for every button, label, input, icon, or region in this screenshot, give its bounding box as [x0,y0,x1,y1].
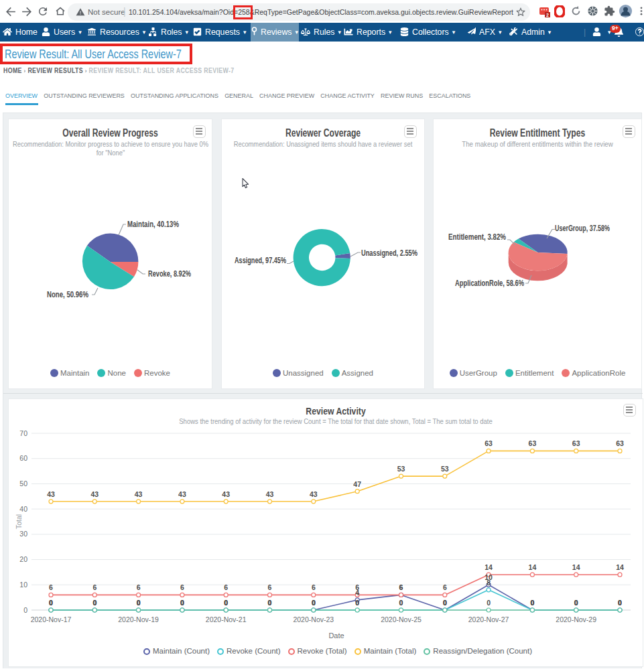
svg-text:Entitlement, 3.82%: Entitlement, 3.82% [448,232,506,242]
svg-text:6: 6 [268,583,272,591]
svg-text:70: 70 [19,429,27,437]
svg-text:20: 20 [19,555,27,563]
svg-text:14: 14 [572,563,580,571]
svg-text:Maintain, 40.13%: Maintain, 40.13% [127,220,179,229]
svg-text:10: 10 [19,581,27,589]
svg-text:2020-Nov-29: 2020-Nov-29 [556,615,596,623]
svg-text:0: 0 [443,599,447,607]
svg-text:6: 6 [224,583,228,591]
svg-text:47: 47 [353,480,361,488]
svg-text:0: 0 [399,599,403,607]
svg-text:0: 0 [224,599,228,607]
svg-text:14: 14 [616,563,624,571]
svg-text:Unassigned, 2.55%: Unassigned, 2.55% [361,248,417,258]
svg-text:14: 14 [529,563,537,571]
svg-text:63: 63 [572,439,580,447]
svg-text:6: 6 [443,583,447,591]
svg-text:6: 6 [312,583,316,591]
svg-text:0: 0 [574,599,578,607]
svg-text:0: 0 [49,599,53,607]
svg-text:UserGroup, 37.58%: UserGroup, 37.58% [555,224,610,233]
svg-text:6: 6 [399,583,403,591]
svg-text:63: 63 [485,439,493,447]
svg-text:6: 6 [137,583,141,591]
svg-text:53: 53 [397,465,405,473]
svg-text:2020-Nov-27: 2020-Nov-27 [468,615,509,623]
svg-text:2020-Nov-17: 2020-Nov-17 [31,615,72,623]
svg-text:0: 0 [312,599,316,607]
svg-text:6: 6 [355,583,359,591]
svg-text:53: 53 [441,465,449,473]
svg-text:30: 30 [19,530,27,538]
svg-text:14: 14 [485,563,493,571]
svg-text:43: 43 [178,490,186,498]
svg-text:63: 63 [616,439,624,447]
svg-text:43: 43 [90,490,99,498]
svg-text:0: 0 [268,599,272,607]
svg-text:0: 0 [180,599,184,607]
svg-text:50: 50 [19,479,27,488]
svg-text:Revoke, 8.92%: Revoke, 8.92% [148,269,191,279]
svg-text:0: 0 [618,599,622,607]
svg-text:ApplicationRole, 58.6%: ApplicationRole, 58.6% [455,279,524,288]
svg-text:43: 43 [135,490,143,498]
svg-text:2020-Nov-23: 2020-Nov-23 [293,615,334,623]
svg-text:43: 43 [47,490,55,498]
svg-text:2020-Nov-21: 2020-Nov-21 [206,615,247,623]
svg-text:43: 43 [222,490,230,498]
svg-text:43: 43 [310,490,318,498]
svg-text:2020-Nov-19: 2020-Nov-19 [118,615,159,623]
svg-text:63: 63 [529,439,537,447]
svg-text:0: 0 [487,599,491,607]
svg-text:None, 50.96%: None, 50.96% [47,290,88,299]
svg-text:0: 0 [530,599,534,607]
svg-text:2: 2 [546,13,549,17]
svg-text:0: 0 [23,606,27,614]
svg-text:0: 0 [92,599,96,607]
svg-text:60: 60 [19,454,27,462]
svg-text:0: 0 [137,599,141,607]
svg-text:40: 40 [19,505,27,513]
svg-text:6: 6 [49,583,53,591]
svg-text:Assigned, 97.45%: Assigned, 97.45% [235,256,286,265]
svg-text:6: 6 [92,583,96,591]
svg-text:43: 43 [266,490,274,498]
svg-text:6: 6 [180,583,184,591]
svg-text:0: 0 [355,599,359,607]
svg-text:8: 8 [487,579,491,587]
svg-text:Date: Date [328,631,344,640]
svg-text:Total: Total [15,514,23,529]
svg-text:2020-Nov-25: 2020-Nov-25 [381,615,422,623]
